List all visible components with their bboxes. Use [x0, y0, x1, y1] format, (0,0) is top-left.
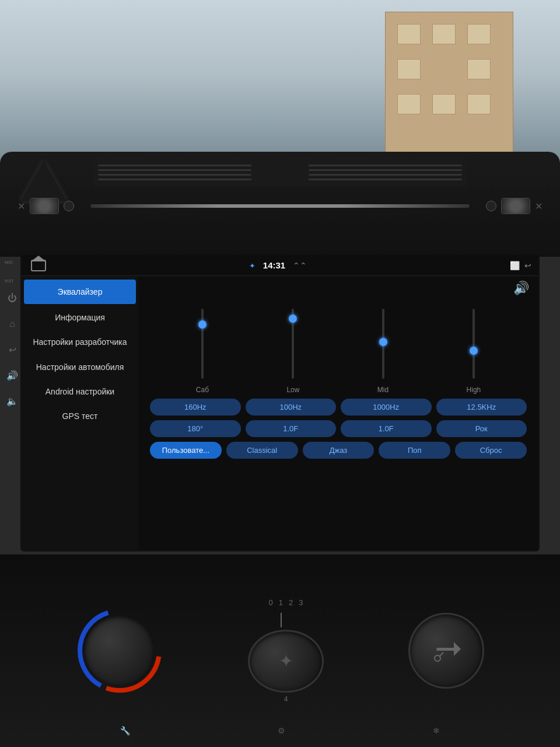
speaker-icon[interactable]: 🔊 — [513, 281, 529, 296]
vol-down-icon[interactable]: 🔈 — [6, 395, 19, 407]
fan-label-2: 2 — [289, 598, 293, 607]
menu-item-gps-test[interactable]: GPS тест — [22, 404, 138, 428]
oil-icon: 🔧 — [120, 726, 130, 735]
preset-btn-user[interactable]: Пользовате... — [150, 442, 222, 459]
air-vents — [93, 158, 467, 187]
svg-line-5 — [439, 652, 443, 657]
high-knob[interactable] — [470, 347, 478, 355]
x-mark-left: ✕ — [18, 201, 25, 212]
equalizer-panel: 🔊 Саб — [138, 276, 538, 550]
home-car-icon[interactable]: ⌂ — [6, 317, 19, 330]
preset-btn-pop[interactable]: Поп — [379, 442, 450, 459]
sub-slider[interactable]: Саб — [196, 306, 209, 394]
svg-rect-2 — [436, 648, 456, 651]
menu-item-equalizer[interactable]: Эквалайзер — [24, 280, 136, 304]
left-vents — [98, 161, 251, 184]
freq-btn-160hz[interactable]: 160Hz — [150, 399, 241, 416]
x-mark-right: ✕ — [535, 201, 542, 212]
phase-btn-1f2[interactable]: 1.0F — [341, 420, 432, 437]
svg-marker-3 — [454, 642, 461, 656]
defrost-icon: ❄ — [433, 726, 440, 735]
freq-btn-125khz[interactable]: 12.5KHz — [436, 399, 527, 416]
back-icon[interactable]: ↩ — [524, 261, 531, 270]
temp-knob-area[interactable] — [76, 607, 163, 694]
fan-label-1: 1 — [279, 598, 283, 607]
fan-label-4: 4 — [284, 695, 288, 703]
phase-btn-180deg[interactable]: 180° — [150, 420, 241, 437]
expand-icon[interactable]: ⌃⌃ — [293, 261, 307, 270]
sub-track — [201, 309, 204, 379]
climate-controls: 0 1 2 3 ✦ 4 — [0, 554, 560, 747]
menu-item-android-settings[interactable]: Android настройки — [22, 379, 138, 404]
freq-buttons-row: 160Hz 100Hz 1000Hz 12.5KHz — [145, 399, 531, 416]
chrome-strip — [90, 204, 470, 208]
vent-slat — [309, 174, 462, 176]
mid-track — [382, 309, 384, 379]
window — [467, 59, 491, 79]
vent-slat — [309, 165, 462, 166]
window — [467, 94, 491, 114]
window — [397, 94, 421, 114]
freq-btn-100hz[interactable]: 100Hz — [246, 399, 337, 416]
menu-item-car-settings[interactable]: Настройки автомобиля — [22, 355, 138, 379]
low-label: Low — [286, 386, 299, 394]
mid-knob[interactable] — [379, 338, 387, 346]
back-car-icon[interactable]: ↩ — [6, 343, 19, 356]
high-label: High — [467, 386, 481, 394]
preset-btn-classical[interactable]: Classical — [226, 442, 298, 459]
circle-button-right[interactable] — [486, 201, 496, 211]
knob-left[interactable] — [30, 198, 59, 214]
mic-label: MIC — [5, 260, 13, 265]
sub-label: Саб — [196, 386, 209, 394]
menu-item-dev-settings[interactable]: Настройки разработчика — [22, 330, 138, 354]
low-knob[interactable] — [289, 315, 297, 323]
airflow-knob[interactable] — [408, 613, 484, 689]
bluetooth-icon: ✦ — [249, 261, 256, 270]
status-right-icons: ⬜ ↩ — [510, 261, 531, 270]
airflow-icon — [432, 636, 461, 665]
vent-slat — [309, 179, 462, 180]
left-screen-labels: MIC — [5, 260, 13, 265]
right-vents — [309, 161, 462, 184]
sliders-area: Саб Low — [145, 301, 531, 394]
menu-item-info[interactable]: Информация — [22, 305, 138, 330]
status-time-area: ✦ 14:31 ⌃⌃ — [51, 260, 505, 271]
window — [397, 24, 421, 44]
dash-top-panel: ✕ ✕ — [0, 152, 560, 257]
phase-btn-1f1[interactable]: 1.0F — [246, 420, 337, 437]
button-row: ✕ ✕ — [0, 191, 560, 221]
low-slider[interactable]: Low — [286, 306, 299, 394]
vol-up-icon[interactable]: 🔊 — [6, 369, 19, 382]
status-bar: ✦ 14:31 ⌃⌃ ⬜ ↩ — [22, 255, 538, 276]
preset-btn-jazz[interactable]: Джаз — [303, 442, 374, 459]
phase-buttons-row: 180° 1.0F 1.0F Рок — [145, 420, 531, 437]
vent-slat — [98, 165, 251, 166]
car-left-icons: ⏻ ⌂ ↩ 🔊 🔈 — [6, 292, 19, 407]
window — [432, 94, 456, 114]
sub-knob[interactable] — [198, 320, 206, 329]
phase-btn-rok[interactable]: Рок — [436, 420, 527, 437]
temp-knob-body[interactable] — [85, 616, 155, 686]
window — [467, 24, 491, 44]
power-icon[interactable]: ⏻ — [6, 292, 19, 305]
high-track — [473, 309, 475, 379]
fan-knob-body[interactable]: ✦ — [248, 630, 324, 693]
high-slider[interactable]: High — [467, 306, 481, 394]
circle-button-left[interactable] — [64, 201, 74, 211]
engine-icon: ⚙ — [278, 726, 285, 735]
rst-area: RST — [5, 274, 14, 285]
fan-knob-area: 0 1 2 3 ✦ 4 — [245, 598, 327, 703]
home-roof-icon — [31, 256, 46, 261]
main-content: Эквалайзер Информация Настройки разработ… — [22, 276, 538, 550]
freq-btn-1000hz[interactable]: 1000Hz — [341, 399, 432, 416]
preset-btn-reset[interactable]: Сброс — [455, 442, 527, 459]
low-track — [292, 309, 294, 379]
vol-icon-row: 🔊 — [145, 281, 531, 296]
bottom-dashboard: 0 1 2 3 ✦ 4 🔧 ⚙ ❄ — [0, 554, 560, 747]
knob-right[interactable] — [501, 198, 530, 214]
bottom-icons-row: 🔧 ⚙ ❄ — [0, 726, 560, 735]
mid-slider[interactable]: Mid — [377, 306, 388, 394]
fan-blade-icon: ✦ — [279, 651, 293, 671]
vent-slat — [98, 169, 251, 171]
home-icon[interactable] — [31, 260, 46, 271]
